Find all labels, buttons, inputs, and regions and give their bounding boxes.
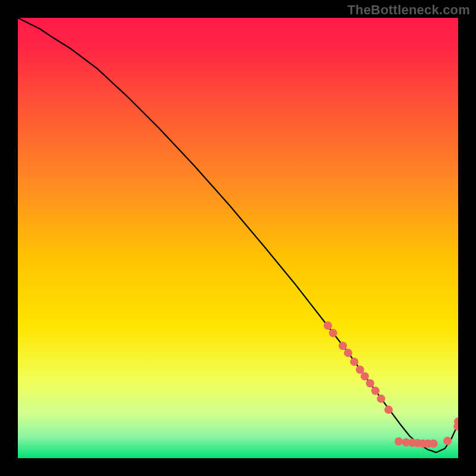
gradient-background	[18, 18, 458, 458]
plot-area	[18, 18, 458, 458]
point-gpu-points	[339, 342, 347, 350]
chart-frame: TheBottleneck.com	[0, 0, 476, 476]
point-gpu-points	[443, 437, 452, 445]
point-gpu-points	[377, 394, 386, 403]
point-gpu-points	[371, 387, 380, 395]
point-gpu-points	[430, 440, 438, 448]
point-gpu-points	[394, 437, 403, 446]
point-gpu-points	[366, 379, 374, 387]
point-gpu-points	[344, 349, 352, 357]
chart-svg	[18, 18, 458, 458]
point-gpu-points	[361, 372, 369, 380]
point-gpu-points	[350, 358, 358, 366]
watermark-text: TheBottleneck.com	[347, 2, 470, 18]
point-gpu-points	[384, 406, 393, 414]
point-gpu-points	[324, 321, 332, 330]
point-gpu-points	[329, 329, 337, 337]
